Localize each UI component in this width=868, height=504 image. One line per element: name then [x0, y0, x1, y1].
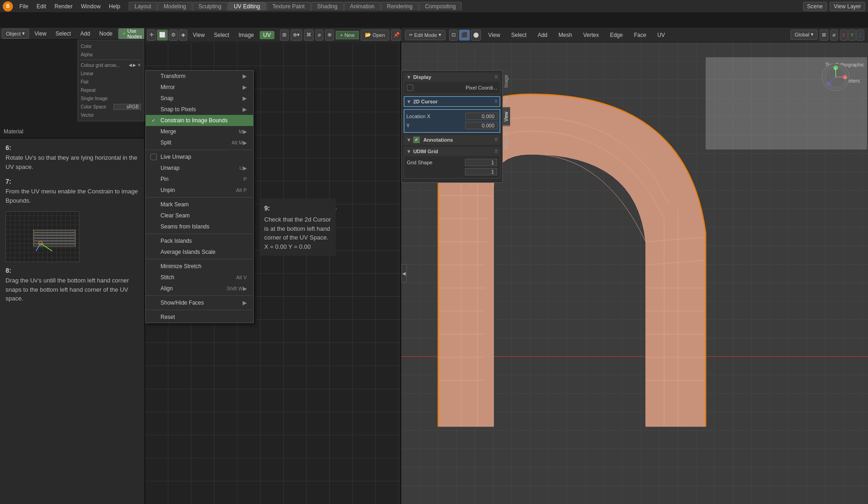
vp-menu-add[interactable]: Add [534, 31, 551, 39]
annotations-checkbox[interactable]: ✓ [413, 137, 420, 143]
menu-avg-islands[interactable]: Average Islands Scale [146, 246, 253, 258]
select-box-tool[interactable]: ⬜ [157, 30, 168, 41]
vp-right-tools: Global ▾ ⊞ ⌀ X Y Z [791, 30, 864, 41]
open-image-btn[interactable]: 📂 Open [361, 30, 389, 41]
select-lasso-tool[interactable]: ◈ [179, 30, 187, 41]
udim-header[interactable]: ▼ UDIM Grid ⠿ [404, 147, 500, 156]
select-circle-tool[interactable]: ⚙ [169, 30, 178, 41]
sidebar-tab-image[interactable]: Image [502, 71, 510, 91]
pin-btn[interactable]: 📌 [391, 30, 402, 41]
snap-vp-icon[interactable]: ⊞ [820, 30, 828, 41]
object-selector[interactable]: Object ▾ [2, 29, 29, 39]
loc-x-value[interactable]: 0.000 [465, 113, 498, 120]
menu-snap[interactable]: Snap ▶ [146, 93, 253, 104]
tab-sculpting[interactable]: Sculpting [193, 2, 227, 11]
uv-overlay-icon[interactable]: ⌘ [304, 30, 314, 41]
tab-layout[interactable]: Layout [129, 2, 157, 11]
sidebar-tab-magic[interactable]: Magic UV [502, 126, 510, 153]
viewlayer-selector[interactable]: View Layer [830, 2, 865, 11]
menu-stitch[interactable]: Stitch Alt V [146, 272, 253, 283]
menu-align[interactable]: Align Shift W▶ [146, 283, 253, 294]
uv-menu-select[interactable]: Select [210, 31, 233, 39]
menu-unpin[interactable]: Unpin Alt P [146, 185, 253, 196]
vp-menu-face[interactable]: Face [630, 31, 650, 39]
constrain-checkbox[interactable] [150, 117, 157, 124]
uv-proportional-icon[interactable]: ⌀ [315, 30, 323, 41]
x-axis-btn[interactable]: X [840, 30, 848, 41]
vp-menu-view[interactable]: View [485, 31, 504, 39]
grid-shape-x[interactable]: 1 [465, 159, 497, 166]
uv-tool-icons: ✛ ⬜ ⚙ ◈ [147, 30, 187, 41]
menu-constrain[interactable]: Constrain to Image Bounds [146, 115, 253, 126]
menu-snap-pixels[interactable]: Snap to Pixels ▶ [146, 104, 253, 115]
collapse-btn[interactable]: ◀ [401, 264, 407, 282]
menu-unwrap[interactable]: Unwrap U▶ [146, 162, 253, 174]
menu-merge[interactable]: Merge M▶ [146, 126, 253, 137]
menu-seams-islands[interactable]: Seams from Islands [146, 221, 253, 232]
display-section-header[interactable]: ▼ Display ⠿ [404, 72, 500, 82]
grid-shape-y[interactable]: 1 [465, 168, 497, 175]
color-space-value[interactable]: sRGB [113, 104, 141, 110]
menu-transform[interactable]: Transform ▶ [146, 71, 253, 82]
scene-selector[interactable]: Scene [803, 2, 827, 11]
use-nodes-toggle[interactable]: ✓ Use Nodes [118, 28, 144, 39]
menu-live-unwrap[interactable]: Live Unwrap [146, 151, 253, 162]
ne-menu-add[interactable]: Add [77, 30, 94, 38]
cursor-section-header[interactable]: ▼ 2D Cursor ⠿ [404, 96, 500, 107]
ne-menu-select[interactable]: Select [52, 30, 75, 38]
menu-show-hide[interactable]: Show/Hide Faces ▶ [146, 297, 253, 308]
loc-y-value[interactable]: 0.000 [465, 122, 498, 129]
transform-selector[interactable]: Global ▾ [791, 30, 818, 40]
vp-menu-select[interactable]: Select [507, 31, 530, 39]
menu-pin[interactable]: Pin P [146, 174, 253, 185]
uv-menu-uv[interactable]: UV [260, 31, 275, 39]
vp-menu-vertex[interactable]: Vertex [579, 31, 602, 39]
tab-animation[interactable]: Animation [344, 2, 380, 11]
sidebar-tab-tool[interactable]: Tool [502, 91, 510, 108]
uv-menu-image[interactable]: Image [235, 31, 257, 39]
menu-edit[interactable]: Edit [33, 2, 50, 11]
vp-menu-mesh[interactable]: Mesh [555, 31, 576, 39]
menu-help[interactable]: Help [105, 2, 124, 11]
ne-menu-view[interactable]: View [31, 30, 50, 38]
tab-rendering[interactable]: Rendering [381, 2, 418, 11]
live-unwrap-checkbox[interactable] [150, 154, 157, 160]
menu-split[interactable]: Split Alt M▶ [146, 137, 253, 148]
solid-icon[interactable]: ⬛ [459, 30, 470, 41]
uv-magnet-icon[interactable]: ⊕▾ [291, 30, 302, 41]
menu-clear-seam[interactable]: Clear Seam [146, 210, 253, 221]
vp-menu-uv[interactable]: UV [654, 31, 669, 39]
menu-minimize-stretch[interactable]: Minimize Stretch [146, 261, 253, 272]
menu-file[interactable]: File [16, 2, 32, 11]
menu-reset[interactable]: Reset [146, 312, 253, 323]
svg-rect-3 [34, 239, 75, 240]
menu-render[interactable]: Render [51, 2, 76, 11]
edit-mode-selector[interactable]: ✏ Edit Mode ▾ [405, 30, 446, 40]
menu-mark-seam[interactable]: Mark Seam [146, 199, 253, 210]
new-image-btn[interactable]: + New [336, 31, 358, 39]
uv-menu-view[interactable]: View [189, 31, 208, 39]
menu-pack-islands[interactable]: Pack Islands [146, 235, 253, 246]
tab-modeling[interactable]: Modeling [158, 2, 192, 11]
svg-rect-1 [34, 233, 75, 235]
y-axis-btn[interactable]: Y [848, 30, 856, 41]
material-icon[interactable]: ⬤ [471, 30, 481, 41]
tab-texture-paint[interactable]: Texture Paint [267, 2, 311, 11]
uv-image-options[interactable]: ⊕ [325, 30, 334, 41]
tab-uv-editing[interactable]: UV Editing [228, 2, 266, 11]
menu-mirror[interactable]: Mirror ▶ [146, 82, 253, 93]
uv-snap-icon[interactable]: ⊞ [280, 30, 289, 41]
wireframe-icon[interactable]: ⊡ [449, 30, 458, 41]
vp-menu-edge[interactable]: Edge [606, 31, 626, 39]
tab-compositing[interactable]: Compositing [419, 2, 462, 11]
tab-shading[interactable]: Shading [311, 2, 344, 11]
menu-window[interactable]: Window [77, 2, 104, 11]
annotations-header[interactable]: ▼ ✓ Annotations ⠿ [404, 135, 500, 145]
proportional-vp-icon[interactable]: ⌀ [830, 30, 838, 41]
sidebar-tab-view[interactable]: View [502, 108, 510, 126]
pixel-coords-checkbox[interactable] [407, 84, 413, 91]
cursor-tool[interactable]: ✛ [147, 30, 156, 41]
ne-menu-node[interactable]: Node [95, 30, 116, 38]
z-axis-btn[interactable]: Z [856, 30, 864, 41]
uv-thumbnail [6, 211, 79, 262]
